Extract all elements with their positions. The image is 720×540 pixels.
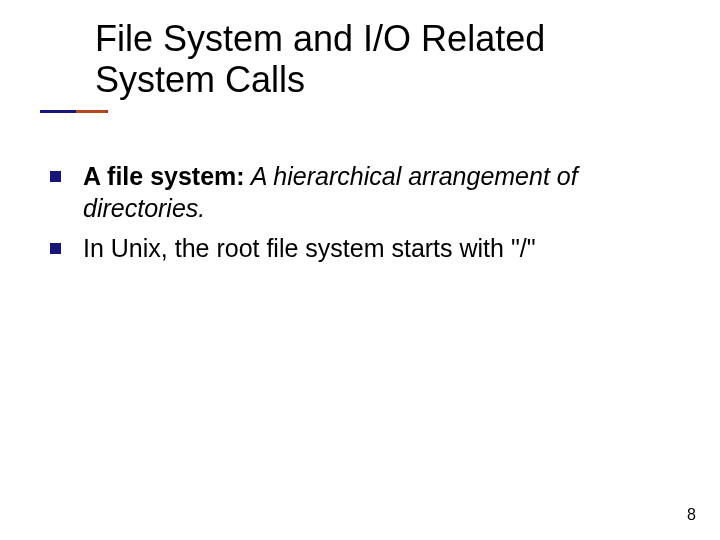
title-accent-underline [40, 110, 108, 113]
list-item: A file system: A hierarchical arrangemen… [50, 160, 680, 224]
slide: File System and I/O Related System Calls… [0, 0, 720, 540]
bullet-text: In Unix, the root file system starts wit… [83, 232, 680, 264]
title-block: File System and I/O Related System Calls [95, 18, 675, 101]
square-bullet-icon [50, 243, 61, 254]
page-number: 8 [687, 506, 696, 524]
bullet-bold: A file system: [83, 162, 245, 190]
body: A file system: A hierarchical arrangemen… [50, 160, 680, 272]
slide-title: File System and I/O Related System Calls [95, 18, 675, 101]
list-item: In Unix, the root file system starts wit… [50, 232, 680, 264]
bullet-plain: In Unix, the root file system starts wit… [83, 234, 536, 262]
bullet-text: A file system: A hierarchical arrangemen… [83, 160, 680, 224]
square-bullet-icon [50, 171, 61, 182]
